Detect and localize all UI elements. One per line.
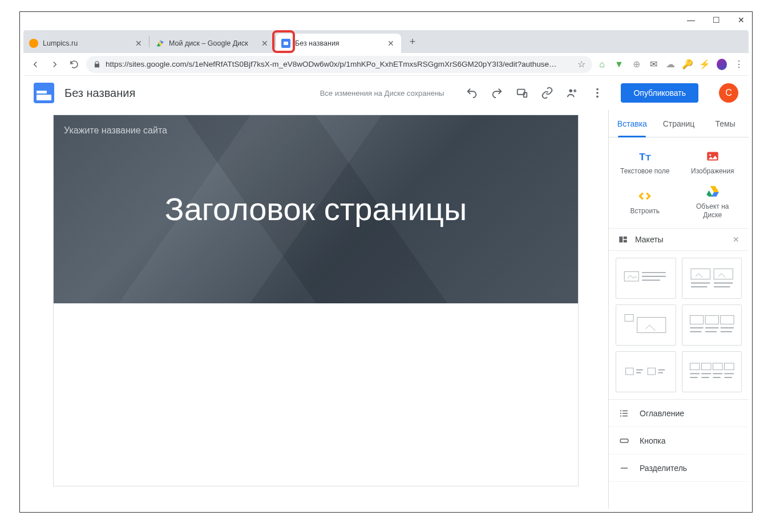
layout-6[interactable]: [682, 351, 742, 392]
tab-title: Мой диск – Google Диск: [169, 39, 256, 47]
link-button[interactable]: [541, 87, 553, 99]
share-button[interactable]: [566, 87, 579, 99]
url-bar: https://sites.google.com/s/1eNefRfATtS0B…: [23, 53, 749, 76]
svg-point-55: [620, 415, 621, 416]
extension-icons: ⌂ ▼ ⊕ ✉ ☁ 🔑 ⚡ ⋮: [597, 59, 744, 70]
ext-home-icon[interactable]: ⌂: [597, 59, 607, 70]
new-tab-button[interactable]: +: [405, 34, 421, 50]
insert-embed[interactable]: Встроить: [611, 180, 679, 224]
account-avatar[interactable]: С: [719, 83, 738, 103]
layouts-collapse-icon[interactable]: ✕: [733, 235, 739, 244]
bookmark-star-icon[interactable]: ☆: [577, 59, 585, 70]
svg-rect-52: [623, 410, 628, 411]
site-canvas[interactable]: Укажите название сайта Заголовок страниц…: [53, 115, 579, 486]
svg-rect-11: [624, 240, 627, 243]
insert-button[interactable]: Кнопка: [609, 427, 749, 454]
divider-icon: [619, 463, 629, 473]
svg-point-51: [620, 410, 621, 411]
tab-drive[interactable]: Мой диск – Google Диск ✕: [149, 34, 275, 53]
svg-point-53: [620, 413, 621, 414]
svg-rect-40: [701, 363, 711, 370]
svg-point-3: [597, 88, 599, 91]
label: Кнопка: [640, 436, 665, 445]
svg-rect-23: [637, 318, 666, 333]
canvas-body[interactable]: [54, 303, 578, 486]
toc-icon: [619, 408, 629, 419]
undo-button[interactable]: [466, 87, 478, 99]
ext-mail-icon[interactable]: ✉: [648, 59, 658, 70]
layout-3[interactable]: [616, 304, 676, 346]
insert-image[interactable]: Изображения: [679, 144, 747, 180]
tab-sites-active[interactable]: Без названия ✕: [276, 34, 401, 53]
tab-close-icon[interactable]: ✕: [134, 39, 143, 48]
insert-divider[interactable]: Разделитель: [609, 454, 749, 482]
favicon-sites: [281, 39, 290, 48]
reload-button[interactable]: [67, 57, 82, 72]
preview-button[interactable]: [516, 87, 528, 99]
layouts-header: Макеты ✕: [609, 228, 749, 251]
embed-icon: [637, 189, 652, 204]
ext-shield-icon[interactable]: ▼: [614, 59, 624, 70]
layout-4[interactable]: [682, 304, 742, 346]
svg-rect-17: [714, 269, 733, 279]
window-minimize-icon[interactable]: —: [687, 15, 695, 25]
drive-icon: [705, 184, 720, 199]
insert-toc[interactable]: Оглавление: [609, 400, 749, 427]
profile-avatar-icon[interactable]: [717, 59, 727, 70]
label: Встроить: [630, 207, 660, 215]
label: Объект наДиске: [696, 202, 729, 219]
layout-5[interactable]: [616, 351, 676, 392]
lock-icon: [93, 60, 101, 68]
page-title-heading[interactable]: Заголовок страницы: [165, 189, 467, 229]
tab-strip: Lumpics.ru ✕ Мой диск – Google Диск ✕ Бе…: [23, 30, 749, 53]
svg-text:Tᴛ: Tᴛ: [640, 151, 652, 163]
insert-textbox[interactable]: Tᴛ Текстовое поле: [611, 144, 679, 180]
address-bar[interactable]: https://sites.google.com/s/1eNefRfATtS0B…: [86, 56, 592, 73]
svg-rect-22: [625, 315, 633, 322]
tab-insert[interactable]: Вставка: [609, 110, 656, 137]
redo-button[interactable]: [491, 87, 503, 99]
window-maximize-icon[interactable]: ☐: [712, 15, 720, 25]
publish-button[interactable]: Опубликовать: [621, 83, 698, 103]
back-button[interactable]: [28, 57, 43, 72]
layout-1[interactable]: [616, 258, 676, 299]
app-header: Без названия Все изменения на Диске сохр…: [23, 76, 749, 110]
sites-logo-icon[interactable]: [34, 83, 54, 103]
tab-close-icon[interactable]: ✕: [386, 39, 395, 48]
tab-pages[interactable]: Страниц: [656, 110, 702, 137]
favicon-lumpics: [29, 39, 38, 48]
label: Изображения: [691, 167, 734, 175]
layout-2[interactable]: [682, 258, 742, 299]
svg-rect-16: [691, 269, 710, 279]
svg-point-2: [569, 90, 573, 93]
tab-close-icon[interactable]: ✕: [260, 39, 269, 48]
ext-bolt-icon[interactable]: ⚡: [700, 59, 710, 70]
label: Текстовое поле: [620, 167, 669, 175]
window-close-icon[interactable]: ✕: [737, 15, 745, 25]
svg-rect-42: [724, 363, 734, 370]
svg-rect-39: [690, 363, 700, 370]
svg-rect-26: [720, 315, 733, 324]
hero-section[interactable]: Укажите название сайта Заголовок страниц…: [54, 115, 578, 303]
document-title[interactable]: Без названия: [64, 87, 135, 100]
label: Оглавление: [640, 409, 684, 418]
tab-lumpics[interactable]: Lumpics.ru ✕: [23, 34, 149, 53]
ext-cloud-icon[interactable]: ☁: [665, 59, 676, 70]
site-name-placeholder[interactable]: Укажите название сайта: [64, 125, 167, 136]
svg-rect-57: [620, 439, 628, 442]
svg-rect-36: [648, 368, 655, 375]
button-icon: [619, 436, 629, 446]
browser-menu-icon[interactable]: ⋮: [734, 59, 744, 70]
ext-key-icon[interactable]: 🔑: [682, 59, 693, 70]
tab-themes[interactable]: Темы: [702, 110, 749, 137]
svg-point-8: [709, 154, 711, 156]
textbox-icon: Tᴛ: [637, 149, 652, 164]
forward-button[interactable]: [47, 57, 62, 72]
layouts-grid: [609, 251, 749, 399]
more-menu-button[interactable]: [591, 87, 604, 99]
insert-drive-object[interactable]: Объект наДиске: [679, 180, 747, 224]
insert-list: Оглавление Кнопка Разделитель: [609, 399, 749, 482]
insert-primary-grid: Tᴛ Текстовое поле Изображения Встроить О…: [609, 137, 749, 228]
svg-rect-41: [713, 363, 722, 370]
ext-globe-icon[interactable]: ⊕: [631, 59, 641, 70]
